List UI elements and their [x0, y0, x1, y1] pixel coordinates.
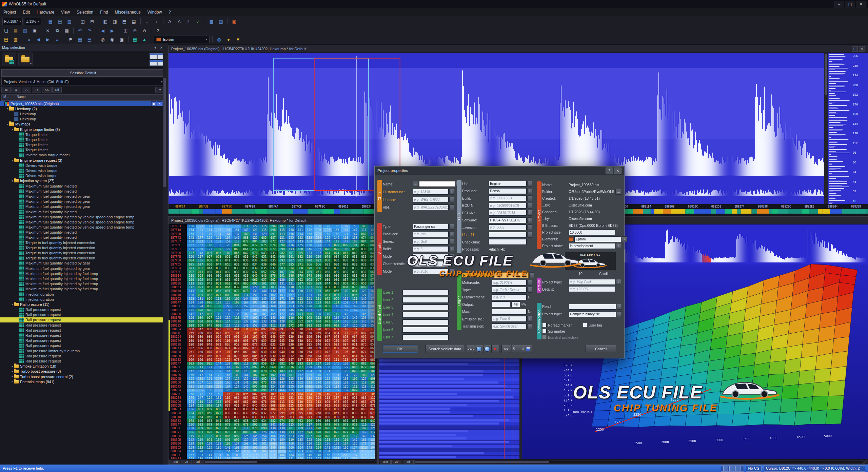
tree-item[interactable]: Maximum fuel quantity injected [0, 209, 166, 214]
hex-cell[interactable]: 132 [214, 442, 223, 446]
hex-cell[interactable]: 108 [350, 240, 359, 243]
version-prev-icon[interactable]: ◀ [34, 36, 43, 43]
hex-cell[interactable]: 142 [350, 316, 359, 320]
hex-cell[interactable]: 073 [232, 358, 241, 362]
hex-cell[interactable]: 152 [259, 438, 269, 442]
hex-cell[interactable]: 088 [214, 289, 223, 293]
tree-item[interactable]: Maximum fuel quantity injected by fuel t… [0, 271, 166, 276]
hex-cell[interactable]: 136 [287, 243, 296, 247]
hex-cell[interactable]: 030 [296, 343, 305, 347]
hex-cell[interactable]: 045 [241, 404, 251, 408]
field-input[interactable]: 10,0000 [569, 230, 615, 235]
hex-cell[interactable]: 196 [278, 301, 287, 304]
hex-cell[interactable]: 138 [269, 427, 278, 430]
hex-cell[interactable]: 136 [214, 446, 223, 450]
hex-cell[interactable]: 091 [269, 232, 278, 236]
hex-cell[interactable]: 050 [278, 331, 287, 335]
hex-cell[interactable]: 103 [323, 438, 332, 442]
select-client-button[interactable]: ... [413, 181, 418, 187]
hex-cell[interactable]: 101 [287, 427, 296, 430]
hex-cell[interactable]: 196 [278, 446, 287, 450]
hex-cell[interactable]: 082 [250, 392, 259, 396]
hex-cell[interactable]: 190 [296, 457, 305, 459]
menu-find[interactable]: Find [97, 9, 111, 16]
hex-cell[interactable]: 030 [350, 274, 359, 278]
hex-cell[interactable]: 082 [296, 259, 305, 262]
copy-icon[interactable]: ⧉ [53, 27, 62, 34]
hex-cell[interactable]: 122 [350, 373, 359, 377]
tree-item[interactable]: Maximum fuel quantity injected by fuel t… [0, 276, 166, 281]
hex-cell[interactable]: 086 [241, 354, 251, 358]
chevron-collapsed-icon[interactable]: ▸ [11, 370, 14, 373]
hex-cell[interactable]: 213 [332, 457, 341, 459]
hex-cell[interactable]: 132 [287, 381, 296, 385]
hex-cell[interactable]: 058 [323, 343, 332, 347]
hex-cell[interactable]: 113 [196, 366, 205, 369]
hex-cell[interactable]: 120 [314, 312, 323, 316]
hex-cell[interactable]: 197 [323, 228, 332, 232]
hex-cell[interactable]: 030 [196, 339, 205, 343]
hex-cell[interactable]: 082 [278, 366, 287, 369]
hex-cell[interactable]: 144 [196, 370, 205, 373]
tree-item[interactable]: Rail pressure request [0, 307, 166, 312]
hex-cell[interactable]: 186 [314, 224, 323, 228]
hex-cell[interactable]: 107 [278, 270, 287, 274]
hex-cell[interactable]: 077 [250, 343, 259, 347]
hex-cell[interactable]: 149 [332, 236, 341, 240]
hex-cell[interactable]: 113 [314, 400, 323, 404]
hex-cell[interactable]: 055 [350, 248, 359, 251]
field-input[interactable]: e.g. 12345 [413, 189, 449, 195]
maps-selector-combo[interactable]: Projects, Versions & Maps: (Ctrl+Shift+F… [1, 78, 165, 85]
hex-cell[interactable]: 122 [296, 370, 305, 373]
hex-cell[interactable]: 111 [332, 358, 341, 362]
hex-cell[interactable]: 089 [196, 427, 205, 430]
hex-cell[interactable]: 104 [332, 320, 341, 323]
hex-cell[interactable]: 085 [223, 434, 232, 438]
field-input[interactable]: e.g. 0003 [489, 224, 527, 230]
field-dropdown-button[interactable]: › [527, 203, 532, 209]
hex-cell[interactable]: 079 [232, 347, 241, 350]
hex-cell[interactable]: 105 [350, 377, 359, 381]
tree-item[interactable]: Drivers wish torque [0, 168, 166, 173]
hex-cell[interactable]: 084 [332, 331, 341, 335]
hex-cell[interactable]: 045 [250, 404, 259, 408]
hex-cell[interactable]: 067 [341, 251, 350, 255]
hex-cell[interactable]: 087 [341, 343, 350, 347]
tree-item[interactable]: Rail pressure request [0, 322, 166, 328]
hex-cell[interactable]: 170 [241, 309, 251, 312]
hex-cell[interactable]: 051 [305, 339, 314, 343]
hex-cell[interactable]: 104 [223, 354, 232, 358]
hex-cell[interactable]: 145 [332, 362, 341, 366]
field-input[interactable] [402, 319, 449, 325]
hex-cell[interactable]: 108 [214, 301, 223, 304]
hex-cell[interactable]: 067 [350, 335, 359, 339]
hex-cell[interactable]: 045 [278, 339, 287, 343]
preview-icon[interactable]: ◎ [98, 36, 107, 43]
field-input[interactable]: Passenger car [413, 224, 449, 230]
hex-cell[interactable]: 030 [259, 358, 269, 362]
tree-item[interactable]: ▾My maps [0, 122, 166, 127]
hex-cell[interactable]: 170 [323, 224, 332, 228]
hex-cell[interactable]: 037 [296, 358, 305, 362]
hex-cell[interactable]: 203 [250, 450, 259, 453]
hex-cell[interactable]: 183 [305, 236, 314, 240]
hex-cell[interactable]: 191 [196, 224, 205, 228]
window-new-icon[interactable]: ⊞ [88, 18, 97, 25]
hex-cell[interactable]: 098 [269, 228, 278, 232]
hex-cell[interactable]: 030 [250, 415, 259, 419]
field-dropdown-button[interactable]: › [527, 188, 532, 194]
hex-cell[interactable]: 082 [314, 324, 323, 328]
hex-cell[interactable]: 087 [250, 396, 259, 400]
hex-cell[interactable]: 125 [250, 236, 259, 240]
hex-cell[interactable]: 073 [250, 347, 259, 350]
hex-cell[interactable]: 030 [350, 408, 359, 411]
hex-cell[interactable]: 177 [278, 312, 287, 316]
hex-cell[interactable]: 165 [305, 224, 314, 228]
hex-cell[interactable]: 036 [214, 274, 223, 278]
hex-cell[interactable]: 097 [196, 263, 205, 267]
hex-cell[interactable]: 182 [259, 301, 269, 304]
hex-cell[interactable]: 101 [259, 286, 269, 289]
hex-cell[interactable]: 125 [223, 358, 232, 362]
hex-cell[interactable]: 184 [205, 228, 214, 232]
tree-item[interactable]: Inverse main torque model [0, 153, 166, 158]
